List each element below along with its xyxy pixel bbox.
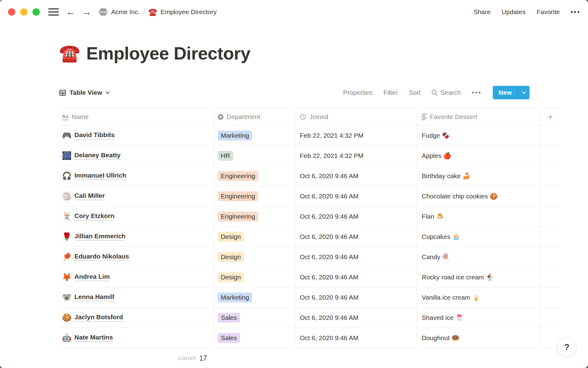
breadcrumb-page[interactable]: Employee Directory	[160, 8, 217, 16]
row-extra-cell	[540, 267, 560, 287]
employee-name-link[interactable]: Eduardo Nikolaus	[74, 253, 129, 261]
dessert-cell[interactable]: Chocolate chip cookies 🍪	[417, 186, 540, 206]
column-header-joined[interactable]: Joined	[295, 109, 417, 125]
table-row: 🏓 Eduardo Nikolaus Design Oct 6, 2020 9:…	[58, 247, 561, 267]
name-cell[interactable]: 🃏 Cory Etzkorn	[58, 206, 214, 226]
row-extra-cell	[540, 166, 560, 186]
more-options-icon[interactable]	[571, 11, 579, 13]
department-cell[interactable]: HR	[214, 146, 295, 166]
employee-name-link[interactable]: Delaney Beatty	[74, 151, 121, 160]
joined-cell[interactable]: Oct 6, 2020 9:46 AM	[295, 227, 417, 247]
joined-cell[interactable]: Feb 22, 2021 4:32 PM	[295, 146, 417, 166]
department-cell[interactable]: Design	[214, 247, 295, 267]
minimize-window-button[interactable]	[20, 8, 28, 16]
plus-icon: +	[548, 113, 553, 121]
help-button[interactable]: ?	[557, 338, 576, 357]
dessert-cell[interactable]: Shaved ice 🍧	[417, 308, 540, 328]
row-extra-cell	[540, 146, 560, 166]
dessert-cell[interactable]: Doughnut 🍩	[417, 328, 540, 348]
name-cell[interactable]: 🏓 Eduardo Nikolaus	[58, 247, 214, 267]
employee-name-link[interactable]: Lenna Hamill	[74, 293, 115, 301]
employee-avatar-emoji: 🏐	[62, 192, 72, 200]
employee-name-link[interactable]: Nate Martins	[74, 334, 113, 342]
sort-button[interactable]: Sort	[409, 89, 421, 96]
dessert-value: Apples 🍎	[422, 152, 451, 159]
dessert-cell[interactable]: Flan 🍮	[417, 206, 540, 226]
dessert-cell[interactable]: Birthday cake 🍰	[417, 166, 540, 186]
joined-cell[interactable]: Oct 6, 2020 9:46 AM	[295, 166, 417, 186]
table-body: 🎮 David Tibbits Marketing Feb 22, 2021 4…	[58, 125, 561, 348]
page-title-text: Employee Directory	[86, 43, 251, 63]
table-row: 🎆 Delaney Beatty HR Feb 22, 2021 4:32 PM…	[58, 146, 561, 166]
employee-name-link[interactable]: Jillian Emmerich	[74, 232, 126, 241]
joined-cell[interactable]: Oct 6, 2020 9:46 AM	[295, 206, 417, 226]
table-view-switcher[interactable]: Table View	[59, 89, 110, 96]
new-button-caret[interactable]	[518, 86, 530, 99]
dessert-cell[interactable]: Cupcakes 🧁	[417, 227, 540, 247]
favorite-button[interactable]: Favorite	[537, 8, 560, 16]
department-cell[interactable]: Design	[214, 227, 295, 247]
dessert-value: Flan 🍮	[422, 213, 444, 220]
column-header-favorite-dessert[interactable]: Favorite Dessert	[417, 109, 540, 125]
name-cell[interactable]: 🦊 Andrea Lim	[58, 267, 214, 287]
new-button[interactable]: New	[493, 86, 518, 99]
joined-cell[interactable]: Oct 6, 2020 9:46 AM	[295, 186, 417, 206]
department-cell[interactable]: Engineering	[214, 166, 295, 186]
dessert-cell[interactable]: Rocky road ice cream 🍨	[417, 267, 540, 287]
joined-cell[interactable]: Oct 6, 2020 9:46 AM	[295, 308, 417, 328]
department-cell[interactable]: Sales	[214, 308, 295, 328]
joined-date: Oct 6, 2020 9:46 AM	[300, 334, 358, 342]
department-cell[interactable]: Design	[214, 267, 295, 287]
row-extra-cell	[540, 206, 560, 226]
search-button[interactable]: Search	[432, 89, 461, 96]
employee-name-link[interactable]: David Tibbits	[74, 131, 115, 140]
zoom-window-button[interactable]	[32, 8, 40, 16]
employee-name-link[interactable]: Immanuel Ullrich	[74, 172, 126, 180]
add-column-button[interactable]: +	[540, 109, 560, 125]
name-cell[interactable]: 🎆 Delaney Beatty	[58, 146, 214, 166]
joined-cell[interactable]: Oct 6, 2020 9:46 AM	[295, 247, 417, 267]
title-property-icon: Aa	[62, 113, 69, 120]
department-cell[interactable]: Sales	[214, 328, 295, 348]
filter-button[interactable]: Filter	[383, 89, 398, 96]
department-cell[interactable]: Marketing	[214, 125, 295, 145]
name-cell[interactable]: 🎮 David Tibbits	[58, 125, 214, 145]
column-header-label: Favorite Dessert	[430, 113, 477, 121]
sidebar-menu-icon[interactable]	[48, 8, 59, 16]
updates-button[interactable]: Updates	[502, 8, 526, 16]
name-cell[interactable]: 🤖 Nate Martins	[58, 328, 214, 348]
view-more-options-icon[interactable]	[472, 92, 481, 94]
close-window-button[interactable]	[8, 8, 15, 16]
breadcrumb-workspace[interactable]: Acme Inc.	[111, 8, 140, 16]
employee-name-link[interactable]: Cali Miller	[74, 192, 105, 200]
table-row: 🃏 Cory Etzkorn Engineering Oct 6, 2020 9…	[58, 206, 561, 227]
department-cell[interactable]: Marketing	[214, 287, 295, 307]
department-cell[interactable]: Engineering	[214, 186, 295, 206]
properties-button[interactable]: Properties	[343, 89, 372, 96]
name-cell[interactable]: 🎧 Immanuel Ullrich	[58, 166, 214, 186]
column-header-department[interactable]: Department	[214, 109, 295, 125]
joined-cell[interactable]: Oct 6, 2020 9:46 AM	[295, 267, 417, 287]
joined-cell[interactable]: Feb 22, 2021 4:32 PM	[295, 125, 417, 145]
dessert-cell[interactable]: Vanilla ice cream 🍦	[417, 287, 540, 307]
page-title-emoji-icon[interactable]: ☎️	[59, 45, 80, 62]
joined-cell[interactable]: Oct 6, 2020 9:46 AM	[295, 328, 417, 348]
dessert-cell[interactable]: Candy 🍭	[417, 247, 540, 267]
employee-name-link[interactable]: Andrea Lim	[74, 273, 110, 281]
employee-name-link[interactable]: Cory Etzkorn	[74, 212, 115, 220]
share-button[interactable]: Share	[473, 8, 491, 16]
joined-date: Oct 6, 2020 9:46 AM	[300, 213, 358, 220]
department-cell[interactable]: Engineering	[214, 206, 295, 226]
employee-name-link[interactable]: Jaclyn Botsford	[74, 313, 123, 322]
dessert-cell[interactable]: Apples 🍎	[417, 146, 540, 166]
dessert-cell[interactable]: Fudge 🍫	[417, 125, 540, 145]
joined-cell[interactable]: Oct 6, 2020 9:46 AM	[295, 287, 417, 307]
column-header-name[interactable]: Aa Name	[58, 109, 214, 125]
back-arrow-icon[interactable]: ←	[66, 7, 75, 17]
forward-arrow-icon[interactable]: →	[82, 7, 91, 17]
name-cell[interactable]: 🐨 Lenna Hamill	[58, 287, 214, 307]
name-cell[interactable]: 🌹 Jillian Emmerich	[58, 227, 214, 247]
column-header-label: Joined	[309, 113, 328, 121]
name-cell[interactable]: 🏐 Cali Miller	[58, 186, 214, 206]
name-cell[interactable]: 🍪 Jaclyn Botsford	[58, 308, 214, 328]
